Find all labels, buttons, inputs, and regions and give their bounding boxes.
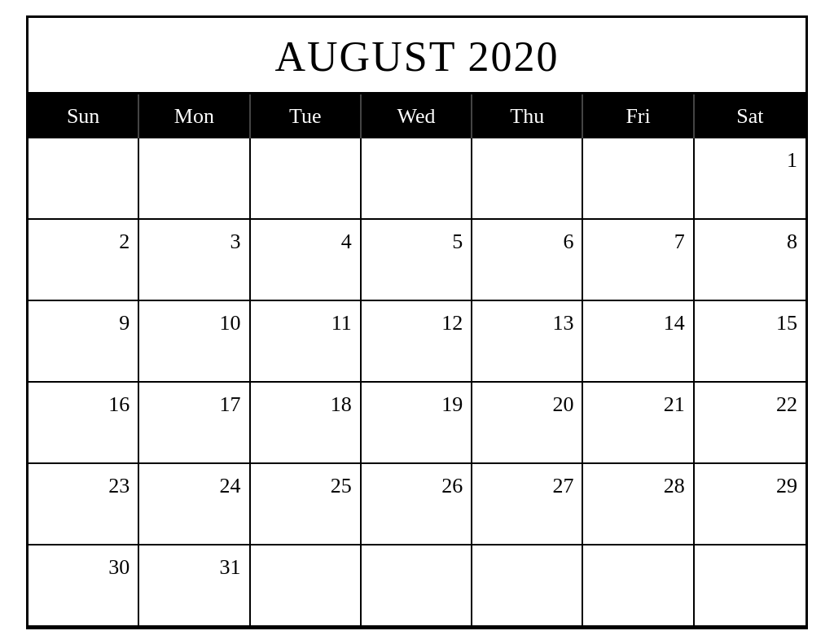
calendar-cell: 31	[139, 545, 250, 627]
calendar-cell: 6	[472, 220, 583, 301]
calendar-cell	[695, 545, 805, 627]
calendar-header: SunMonTueWedThuFriSat	[29, 94, 805, 138]
date-number: 20	[479, 389, 573, 417]
date-number: 22	[701, 389, 797, 417]
date-number: 8	[701, 226, 797, 254]
date-number: 2	[35, 226, 129, 254]
day-header-sat: Sat	[695, 94, 805, 138]
date-number: 17	[146, 389, 240, 417]
date-number: 18	[257, 389, 352, 417]
calendar-cell	[251, 545, 362, 627]
date-number: 12	[368, 308, 463, 335]
calendar-cell: 3	[139, 220, 250, 301]
calendar-cell: 24	[139, 464, 250, 545]
date-number: 31	[146, 552, 240, 580]
calendar-cell: 2	[29, 220, 139, 301]
date-number: 15	[701, 308, 797, 335]
calendar-cell: 12	[362, 301, 472, 383]
calendar-title: AUGUST 2020	[29, 18, 805, 94]
calendar-cell: 28	[583, 464, 694, 545]
calendar-cell: 19	[362, 383, 472, 464]
date-number: 5	[368, 226, 463, 254]
calendar-cell: 20	[472, 383, 583, 464]
calendar-cell: 8	[695, 220, 805, 301]
day-header-mon: Mon	[139, 94, 250, 138]
day-header-fri: Fri	[583, 94, 694, 138]
calendar-cell: 13	[472, 301, 583, 383]
date-number: 3	[146, 226, 240, 254]
day-header-thu: Thu	[472, 94, 583, 138]
calendar-cell: 10	[139, 301, 250, 383]
calendar-cell: 1	[695, 138, 805, 220]
date-number: 9	[35, 308, 129, 335]
calendar-cell: 30	[29, 545, 139, 627]
date-number: 21	[590, 389, 684, 417]
date-number: 25	[257, 471, 352, 498]
calendar-cell: 29	[695, 464, 805, 545]
date-number: 11	[257, 308, 352, 335]
calendar-cell: 21	[583, 383, 694, 464]
date-number: 13	[479, 308, 573, 335]
calendar-cell	[362, 138, 472, 220]
date-number: 10	[146, 308, 240, 335]
calendar-cell: 16	[29, 383, 139, 464]
calendar-cell	[472, 545, 583, 627]
date-number: 28	[590, 471, 684, 498]
calendar-cell	[29, 138, 139, 220]
date-number: 26	[368, 471, 463, 498]
calendar-cell: 15	[695, 301, 805, 383]
calendar-cell	[139, 138, 250, 220]
calendar-cell: 25	[251, 464, 362, 545]
calendar-cell: 17	[139, 383, 250, 464]
calendar-cell: 18	[251, 383, 362, 464]
date-number: 14	[590, 308, 684, 335]
calendar-cell: 4	[251, 220, 362, 301]
calendar-cell	[362, 545, 472, 627]
calendar-cell: 27	[472, 464, 583, 545]
date-number: 27	[479, 471, 573, 498]
date-number: 19	[368, 389, 463, 417]
calendar-cell: 5	[362, 220, 472, 301]
calendar-cell: 22	[695, 383, 805, 464]
calendar-cell: 26	[362, 464, 472, 545]
day-header-wed: Wed	[362, 94, 472, 138]
date-number: 7	[590, 226, 684, 254]
calendar: AUGUST 2020 SunMonTueWedThuFriSat 123456…	[26, 15, 808, 629]
day-header-tue: Tue	[251, 94, 362, 138]
calendar-cell: 23	[29, 464, 139, 545]
calendar-cell	[251, 138, 362, 220]
date-number: 1	[701, 145, 797, 173]
calendar-cell: 14	[583, 301, 694, 383]
calendar-grid: 1234567891011121314151617181920212223242…	[29, 138, 805, 627]
date-number: 29	[701, 471, 797, 498]
calendar-cell	[583, 545, 694, 627]
calendar-cell	[472, 138, 583, 220]
date-number: 23	[35, 471, 129, 498]
date-number: 30	[35, 552, 129, 580]
calendar-cell: 7	[583, 220, 694, 301]
date-number: 4	[257, 226, 352, 254]
calendar-cell: 11	[251, 301, 362, 383]
date-number: 24	[146, 471, 240, 498]
calendar-cell	[583, 138, 694, 220]
date-number: 16	[35, 389, 129, 417]
day-header-sun: Sun	[29, 94, 139, 138]
date-number: 6	[479, 226, 573, 254]
calendar-cell: 9	[29, 301, 139, 383]
